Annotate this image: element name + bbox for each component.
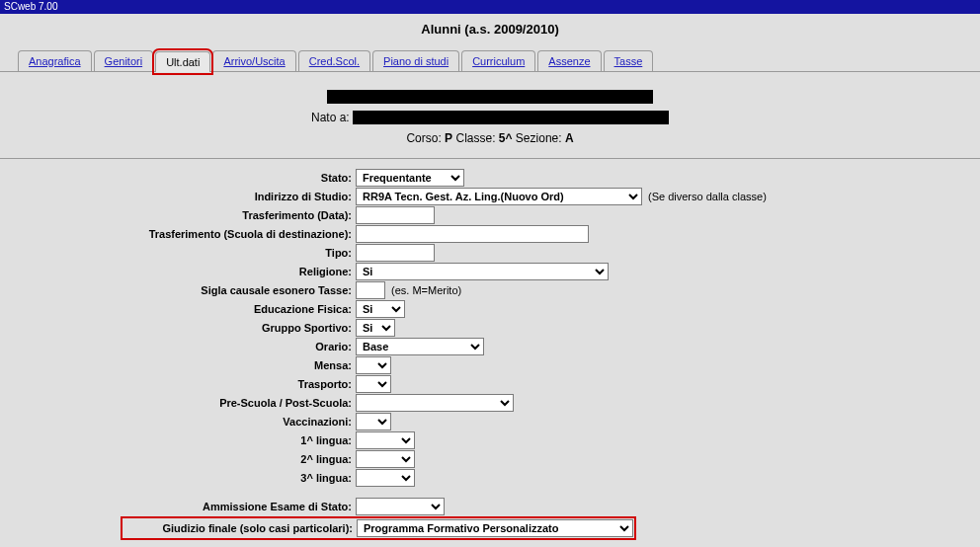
label-stato: Stato:	[10, 172, 356, 184]
label-sigla-tasse: Sigla causale esonero Tasse:	[10, 284, 356, 296]
select-pre-post[interactable]	[356, 394, 514, 412]
input-trasf-data[interactable]	[356, 206, 435, 224]
input-tipo[interactable]	[356, 244, 435, 262]
corso-label: Corso:	[406, 131, 441, 145]
select-gruppo-sport[interactable]: Si	[356, 319, 395, 337]
tab-arrivo-uscita[interactable]: Arrivo/Uscita	[212, 50, 295, 71]
page-body: Alunni (a.s. 2009/2010) Anagrafica Genit…	[0, 14, 980, 547]
tab-piano-studi[interactable]: Piano di studi	[372, 50, 459, 71]
label-trasporto: Trasporto:	[10, 378, 356, 390]
page-title: Alunni (a.s. 2009/2010)	[0, 22, 980, 37]
label-vaccinazioni: Vaccinazioni:	[10, 416, 356, 428]
label-trasf-scuola: Trasferimento (Scuola di destinazione):	[10, 228, 356, 240]
label-gruppo-sport: Gruppo Sportivo:	[10, 322, 356, 334]
input-trasf-scuola[interactable]	[356, 225, 589, 243]
select-mensa[interactable]	[356, 356, 391, 374]
student-header: Nato a: Corso: P Classe: 5^ Sezione: A	[0, 86, 980, 150]
tab-genitori[interactable]: Genitori	[94, 50, 154, 71]
select-religione[interactable]: Si	[356, 263, 609, 280]
label-indirizzo: Indirizzo di Studio:	[10, 191, 356, 202]
select-giudizio[interactable]: Programma Formativo Personalizzato	[357, 519, 633, 537]
select-indirizzo[interactable]: RR9A Tecn. Gest. Az. Ling.(Nuovo Ord)	[356, 188, 642, 205]
label-orario: Orario:	[10, 341, 356, 352]
app-title: SCweb 7.00	[4, 1, 57, 12]
select-ed-fisica[interactable]: Si	[356, 300, 405, 318]
label-mensa: Mensa:	[10, 359, 356, 371]
sezione-label: Sezione:	[516, 131, 562, 145]
corso-value: P	[445, 131, 452, 145]
giudizio-row-highlight: Giudizio finale (solo casi particolari):…	[121, 516, 636, 540]
select-trasporto[interactable]	[356, 375, 391, 393]
hint-indirizzo: (Se diverso dalla classe)	[648, 191, 767, 202]
select-vaccinazioni[interactable]	[356, 413, 391, 430]
window-title-bar: SCweb 7.00	[0, 0, 980, 14]
tab-anagrafica[interactable]: Anagrafica	[18, 50, 92, 71]
select-ammissione[interactable]	[356, 498, 445, 515]
tab-ult-dati[interactable]: Ult.dati	[155, 51, 210, 72]
tab-curriculum[interactable]: Curriculum	[461, 50, 535, 71]
classe-value: 5^	[499, 131, 513, 145]
label-lingua1: 1^ lingua:	[10, 434, 356, 446]
classe-label: Classe:	[455, 131, 495, 145]
redacted-birthplace	[353, 111, 669, 124]
born-label: Nato a:	[311, 111, 350, 124]
label-ed-fisica: Educazione Fisica:	[10, 303, 356, 315]
select-orario[interactable]: Base	[356, 338, 484, 355]
tab-tasse[interactable]: Tasse	[604, 50, 654, 71]
button-row: indietro ok	[10, 541, 970, 547]
label-tipo: Tipo:	[10, 247, 356, 259]
label-lingua2: 2^ lingua:	[10, 453, 356, 465]
select-lingua2[interactable]	[356, 450, 415, 468]
select-lingua1[interactable]	[356, 431, 415, 449]
tab-assenze[interactable]: Assenze	[537, 50, 601, 71]
select-lingua3[interactable]	[356, 469, 415, 487]
hint-sigla-tasse: (es. M=Merito)	[391, 284, 461, 296]
redacted-name	[327, 90, 653, 104]
tab-cred-scol[interactable]: Cred.Scol.	[298, 50, 370, 71]
sezione-value: A	[565, 131, 574, 145]
tabs-bar: Anagrafica Genitori Ult.dati Arrivo/Usci…	[0, 50, 980, 72]
label-trasf-data: Trasferimento (Data):	[10, 209, 356, 221]
divider	[0, 158, 980, 159]
form-area: Stato: Frequentante Indirizzo di Studio:…	[0, 169, 980, 547]
label-pre-post: Pre-Scuola / Post-Scuola:	[10, 397, 356, 409]
label-giudizio: Giudizio finale (solo casi particolari):	[123, 522, 357, 534]
select-stato[interactable]: Frequentante	[356, 169, 464, 187]
label-religione: Religione:	[10, 266, 356, 277]
label-lingua3: 3^ lingua:	[10, 472, 356, 484]
input-sigla-tasse[interactable]	[356, 281, 385, 299]
label-ammissione: Ammissione Esame di Stato:	[10, 501, 356, 512]
